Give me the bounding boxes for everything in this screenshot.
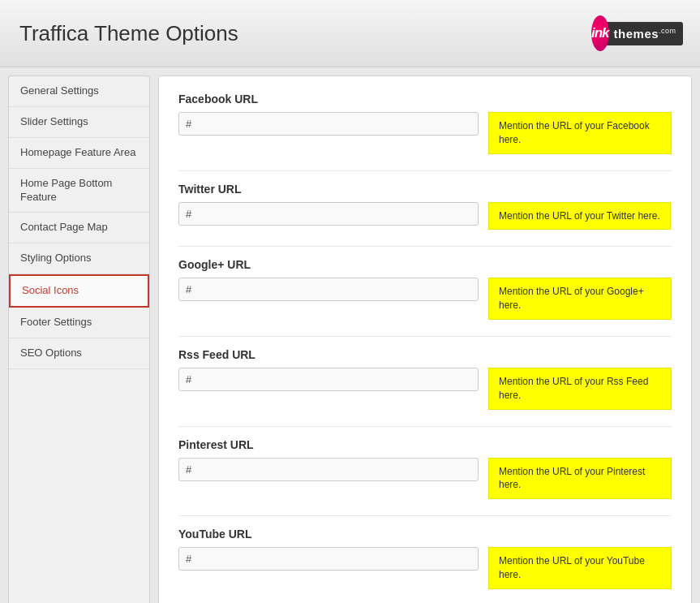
logo-text: themes.com — [601, 22, 683, 45]
facebook-url-section: Facebook URL Mention the URL of your Fac… — [178, 93, 672, 154]
googleplus-url-row: Mention the URL of your Google+ here. — [178, 278, 672, 320]
youtube-url-label: YouTube URL — [178, 528, 672, 541]
googleplus-url-hint: Mention the URL of your Google+ here. — [488, 278, 672, 320]
sidebar: General Settings Slider Settings Homepag… — [8, 75, 150, 603]
logo-circle: ink — [591, 15, 609, 51]
content-area: Facebook URL Mention the URL of your Fac… — [158, 75, 692, 603]
facebook-url-input-wrapper — [178, 112, 479, 136]
divider-4 — [178, 426, 672, 427]
sidebar-item-general-settings[interactable]: General Settings — [9, 76, 149, 107]
divider-2 — [178, 246, 672, 247]
sidebar-item-styling-options[interactable]: Styling Options — [9, 243, 149, 274]
rss-feed-url-label: Rss Feed URL — [178, 348, 672, 361]
youtube-url-row: Mention the URL of your YouTube here. — [178, 547, 672, 589]
pinterest-url-hint: Mention the URL of your Pinterest here. — [488, 458, 672, 500]
facebook-url-hint: Mention the URL of your Facebook here. — [488, 112, 672, 154]
logo-container: ink themes.com — [591, 15, 681, 52]
logo-themes-text: themes — [614, 27, 659, 41]
sidebar-item-footer-settings[interactable]: Footer Settings — [9, 308, 149, 338]
googleplus-url-section: Google+ URL Mention the URL of your Goog… — [178, 258, 672, 320]
googleplus-url-input[interactable] — [178, 278, 479, 301]
googleplus-url-label: Google+ URL — [178, 258, 672, 271]
sidebar-item-seo-options[interactable]: SEO Options — [9, 338, 149, 369]
rss-feed-url-input[interactable] — [178, 368, 479, 391]
rss-feed-url-input-wrapper — [178, 368, 479, 391]
rss-feed-url-row: Mention the URL of your Rss Feed here. — [178, 368, 672, 410]
youtube-url-section: YouTube URL Mention the URL of your YouT… — [178, 528, 672, 589]
sidebar-item-home-page-bottom-feature[interactable]: Home Page Bottom Feature — [9, 169, 149, 213]
pinterest-url-section: Pinterest URL Mention the URL of your Pi… — [178, 438, 672, 500]
facebook-url-input[interactable] — [178, 112, 479, 136]
page-title: Traffica Theme Options — [19, 21, 238, 46]
pinterest-url-label: Pinterest URL — [178, 438, 672, 451]
rss-feed-url-hint: Mention the URL of your Rss Feed here. — [488, 368, 672, 410]
sidebar-item-social-icons[interactable]: Social Icons — [9, 274, 149, 308]
twitter-url-hint: Mention the URL of your Twitter here. — [488, 202, 671, 230]
twitter-url-input-wrapper — [178, 202, 479, 226]
sidebar-item-contact-page-map[interactable]: Contact Page Map — [9, 213, 149, 243]
logo-ink-text: ink — [591, 25, 609, 41]
sidebar-item-homepage-feature-area[interactable]: Homepage Feature Area — [9, 138, 149, 169]
divider-5 — [178, 515, 672, 516]
youtube-url-input-wrapper — [178, 547, 479, 571]
googleplus-url-input-wrapper — [178, 278, 479, 301]
facebook-url-row: Mention the URL of your Facebook here. — [178, 112, 672, 154]
pinterest-url-input[interactable] — [178, 458, 479, 481]
youtube-url-hint: Mention the URL of your YouTube here. — [488, 547, 672, 589]
twitter-url-row: Mention the URL of your Twitter here. — [178, 202, 672, 230]
divider-1 — [178, 170, 672, 171]
pinterest-url-input-wrapper — [178, 458, 479, 481]
youtube-url-input[interactable] — [178, 547, 479, 571]
divider-3 — [178, 336, 672, 337]
facebook-url-label: Facebook URL — [178, 93, 672, 106]
twitter-url-label: Twitter URL — [178, 183, 672, 196]
twitter-url-input[interactable] — [178, 202, 479, 226]
logo: ink themes.com — [591, 15, 681, 52]
header: Traffica Theme Options ink themes.com — [0, 0, 700, 67]
main-layout: General Settings Slider Settings Homepag… — [0, 67, 700, 603]
page-wrapper: Traffica Theme Options ink themes.com Ge… — [0, 0, 700, 603]
logo-dotcom-text: .com — [659, 27, 676, 35]
twitter-url-section: Twitter URL Mention the URL of your Twit… — [178, 183, 672, 230]
pinterest-url-row: Mention the URL of your Pinterest here. — [178, 458, 672, 500]
rss-feed-url-section: Rss Feed URL Mention the URL of your Rss… — [178, 348, 672, 410]
sidebar-item-slider-settings[interactable]: Slider Settings — [9, 107, 149, 138]
